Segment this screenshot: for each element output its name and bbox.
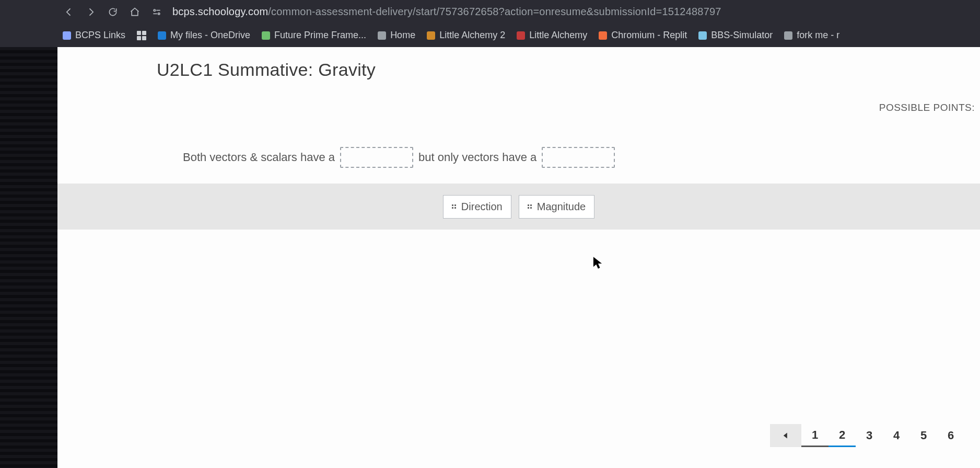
pager-page-5[interactable]: 5 (910, 424, 937, 447)
browser-chrome: bcps.schoology.com/common-assessment-del… (0, 0, 980, 47)
bookmark-label: Chromium - Replit (611, 30, 687, 41)
home-button[interactable] (129, 6, 141, 18)
bookmarks-bar: BCPS LinksMy files - OneDriveFuture Prim… (0, 24, 980, 47)
favicon-icon (427, 31, 435, 40)
question-pager: 123456 (770, 424, 964, 447)
bookmark-little-alchemy[interactable]: Little Alchemy (517, 30, 587, 41)
possible-points-bar: POSSIBLE POINTS: (57, 89, 980, 126)
favicon-icon (698, 31, 707, 40)
favicon-icon (63, 31, 71, 40)
question-sentence: Both vectors & scalars have a but only v… (57, 126, 980, 184)
bookmark-label: My files - OneDrive (170, 30, 250, 41)
answer-choice-tray: DirectionMagnitude (57, 184, 980, 230)
svg-point-2 (158, 13, 160, 14)
bookmark-chromium-replit[interactable]: Chromium - Replit (599, 30, 687, 41)
bookmark-fork-me[interactable]: fork me - r (784, 30, 839, 41)
bookmark-label: Home (390, 30, 415, 41)
apps-icon (137, 31, 146, 40)
bookmark-future-prime-frame[interactable]: Future Prime Frame... (262, 30, 366, 41)
choice-direction[interactable]: Direction (443, 195, 511, 219)
bookmark-onedrive[interactable]: My files - OneDrive (158, 30, 250, 41)
photo-left-edge (0, 0, 57, 468)
favicon-icon (599, 31, 607, 40)
favicon-icon (158, 31, 166, 40)
pager-prev-button[interactable] (770, 424, 801, 447)
pager-page-6[interactable]: 6 (937, 424, 964, 447)
bookmark-label: Little Alchemy (529, 30, 587, 41)
svg-point-0 (154, 9, 155, 11)
dropzone-2[interactable] (542, 147, 615, 168)
favicon-icon (517, 31, 525, 40)
reload-button[interactable] (107, 6, 119, 18)
choice-magnitude[interactable]: Magnitude (519, 195, 594, 219)
favicon-icon (378, 31, 386, 40)
pager-page-3[interactable]: 3 (856, 424, 883, 447)
site-settings-icon[interactable] (150, 6, 163, 18)
bookmark-label: Future Prime Frame... (274, 30, 366, 41)
forward-button[interactable] (85, 6, 97, 18)
assessment-title: U2LC1 Summative: Gravity (57, 47, 980, 89)
url-path: /common-assessment-delivery/start/757367… (268, 6, 721, 17)
dropzone-1[interactable] (340, 147, 413, 168)
favicon-icon (784, 31, 792, 40)
bookmark-label: fork me - r (797, 30, 839, 41)
url-display[interactable]: bcps.schoology.com/common-assessment-del… (172, 6, 721, 18)
svg-marker-4 (784, 432, 787, 438)
drag-grip-icon (452, 204, 456, 209)
drag-grip-icon (528, 204, 532, 209)
bookmark-bcps-links[interactable]: BCPS Links (63, 30, 125, 41)
bookmark-home[interactable]: Home (378, 30, 415, 41)
bookmark-label: BBS-Simulator (711, 30, 773, 41)
bookmark-label: BCPS Links (75, 30, 125, 41)
sentence-part-1: Both vectors & scalars have a (183, 151, 335, 164)
pager-page-1[interactable]: 1 (801, 424, 829, 447)
bookmark-little-alchemy-2[interactable]: Little Alchemy 2 (427, 30, 505, 41)
back-button[interactable] (63, 6, 75, 18)
choice-label: Magnitude (537, 201, 586, 213)
bookmark-bbs-simulator[interactable]: BBS-Simulator (698, 30, 773, 41)
page-content: U2LC1 Summative: Gravity POSSIBLE POINTS… (57, 47, 980, 468)
bookmark-apps[interactable] (137, 31, 146, 40)
possible-points-label: POSSIBLE POINTS: (879, 102, 975, 113)
address-bar-row: bcps.schoology.com/common-assessment-del… (0, 0, 980, 24)
favicon-icon (262, 31, 270, 40)
pager-page-4[interactable]: 4 (883, 424, 910, 447)
choice-label: Direction (461, 201, 503, 213)
pager-page-2[interactable]: 2 (829, 424, 856, 447)
url-domain: bcps.schoology.com (172, 6, 268, 17)
sentence-part-2: but only vectors have a (418, 151, 536, 164)
bookmark-label: Little Alchemy 2 (439, 30, 505, 41)
